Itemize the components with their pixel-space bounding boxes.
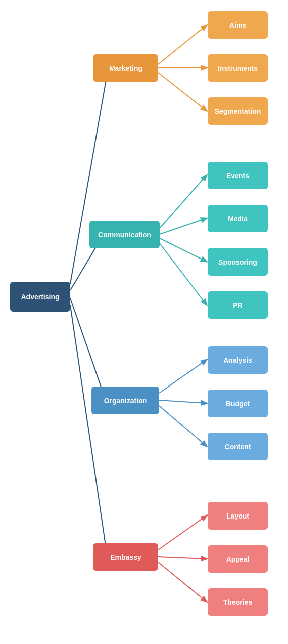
svg-line-6 (158, 73, 207, 111)
svg-line-4 (158, 25, 207, 64)
svg-line-8 (160, 218, 207, 234)
pr-node: PR (208, 291, 268, 319)
theories-node: Theories (208, 588, 268, 616)
sponsoring-node: Sponsoring (208, 248, 268, 276)
appeal-node: Appeal (208, 545, 268, 573)
svg-line-11 (159, 360, 207, 393)
svg-line-0 (70, 74, 107, 284)
communication-node: Communication (89, 221, 160, 248)
instruments-node: Instruments (208, 54, 268, 82)
svg-line-16 (158, 562, 207, 602)
svg-line-2 (70, 298, 106, 400)
svg-line-14 (158, 516, 207, 550)
svg-line-7 (160, 175, 207, 228)
events-node: Events (208, 162, 268, 189)
svg-line-13 (159, 406, 207, 446)
organization-node: Organization (91, 387, 159, 414)
svg-line-10 (160, 243, 207, 305)
svg-line-9 (160, 238, 207, 262)
svg-line-12 (159, 400, 207, 403)
content-node: Content (208, 433, 268, 460)
budget-node: Budget (208, 390, 268, 417)
embassy-node: Embassy (93, 543, 158, 571)
segmentation-node: Segmentation (208, 97, 268, 125)
marketing-node: Marketing (93, 54, 158, 82)
media-node: Media (208, 205, 268, 232)
advertising-node: Advertising (10, 282, 70, 312)
svg-line-15 (158, 557, 207, 559)
layout-node: Layout (208, 502, 268, 530)
analysis-node: Analysis (208, 346, 268, 374)
aims-node: Aims (208, 11, 268, 39)
svg-line-3 (70, 305, 107, 556)
